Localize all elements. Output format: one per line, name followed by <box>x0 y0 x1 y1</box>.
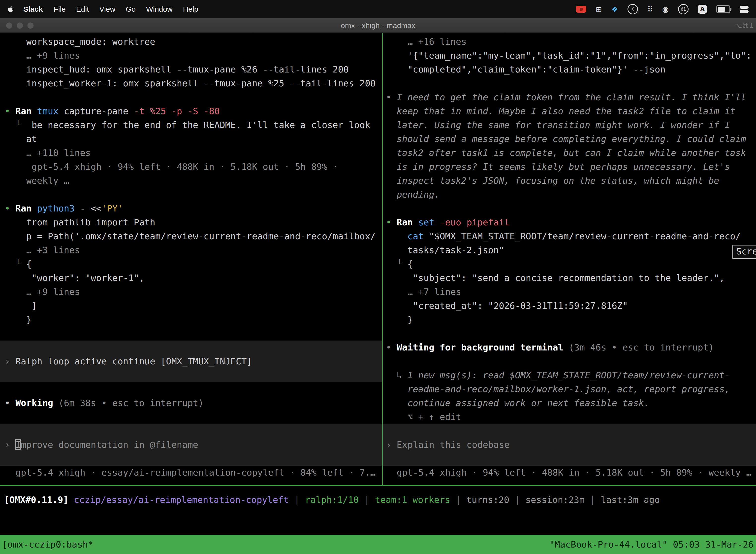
text-segment: keep that in mind. Maybe I also need the… <box>386 106 736 116</box>
text-segment: └ <box>386 259 407 269</box>
text-segment: • <box>5 398 15 408</box>
text-segment: Ran <box>15 203 37 214</box>
text-segment: Ran <box>15 106 37 116</box>
terminal-line: └ { <box>5 257 382 271</box>
menu-bar-left: Slack FileEditViewGoWindowHelp <box>7 5 208 13</box>
terminal-line: … +7 lines <box>386 285 756 299</box>
terminal-line: • Ran set -euo pipefail <box>386 215 756 229</box>
text-segment: • <box>5 106 15 116</box>
text-segment: "subject": "send a concise recommendatio… <box>386 273 724 283</box>
battery-percentage-badge[interactable]: 61 <box>678 4 689 14</box>
text-segment: } <box>386 315 413 325</box>
screen-recording-indicator[interactable] <box>576 6 586 13</box>
text-segment: workspace_mode: worktree <box>5 37 155 47</box>
terminal-pane-right[interactable]: … +16 lines '{"team_name":"my-team","tas… <box>383 33 756 485</box>
text-segment: tasks/task-2.json" <box>386 245 504 255</box>
terminal-line: '{"team_name":"my-team","task_id":"1","f… <box>386 49 756 63</box>
tmux-host-clock-label: "MacBook-Pro-44.local" 05:03 31-Mar-26 <box>549 535 754 554</box>
prompt-suggestion[interactable]: › Improve documentation in @filename <box>0 438 382 452</box>
control-center-icon[interactable] <box>740 6 749 13</box>
text-segment: ] <box>5 300 37 311</box>
terminal-line: • I need to get the claim token from the… <box>386 90 756 104</box>
battery-fill <box>718 7 725 12</box>
menu-bar-status-icons: ⊞❖K⠿◉61A <box>567 4 749 14</box>
terminal-line: … +16 lines <box>386 35 756 49</box>
zoom-button[interactable] <box>27 22 34 29</box>
text-segment: Ran <box>397 217 418 227</box>
text-segment: (6m 38s • esc to interrupt) <box>59 398 204 408</box>
text-segment: - << <box>80 203 102 214</box>
terminal-line <box>386 202 756 215</box>
text-segment: p = Path('.omx/state/team/review-current… <box>5 231 376 241</box>
menu-item-help[interactable]: Help <box>183 5 198 13</box>
terminal-line: task2 after task1 is complete, but can I… <box>386 146 756 160</box>
text-segment: gpt-5.4 xhigh · 94% left · 488K in · 5.1… <box>5 162 338 172</box>
sparkle-app-icon[interactable]: ❖ <box>611 5 618 14</box>
terminal-line: "created_at": "2026-03-31T11:59:27.816Z" <box>386 299 756 313</box>
terminal-line: "completed","claim_token":"claim-token"}… <box>386 63 756 76</box>
terminal-line: at <box>5 132 382 146</box>
prompt-suggestion[interactable] <box>0 368 382 382</box>
pane-bottom-border <box>0 485 756 486</box>
menu-item-view[interactable]: View <box>99 5 115 13</box>
target-icon[interactable]: ◉ <box>662 5 669 14</box>
text-segment: └ <box>5 120 32 130</box>
text-segment: | <box>450 495 466 505</box>
text-segment: pending. <box>386 189 440 200</box>
terminal-line <box>5 382 382 396</box>
terminal-line <box>5 410 382 424</box>
prompt-suggestion[interactable] <box>383 452 756 466</box>
text-segment: } <box>5 315 32 325</box>
text-segment: … +110 lines <box>5 148 91 158</box>
terminal-line: keep that in mind. Maybe I also need the… <box>386 104 756 118</box>
text-segment: cczip/essay/ai-reimplementation-copyleft <box>74 495 289 505</box>
text-segment: { <box>407 259 413 269</box>
text-segment: … +9 lines <box>5 287 80 297</box>
text-segment: ⌥ + ↑ edit <box>386 412 461 422</box>
text-segment: python3 <box>37 203 80 214</box>
text-segment <box>386 231 407 241</box>
tmux-status-bar: [omx-cczip0:bash* "MacBook-Pro-44.local"… <box>0 535 756 554</box>
text-segment: › <box>386 440 397 450</box>
macos-menu-bar: Slack FileEditViewGoWindowHelp ⊞❖K⠿◉61A <box>0 0 756 18</box>
prompt-suggestion[interactable] <box>0 452 382 466</box>
text-segment: should send a message before completing … <box>386 134 746 144</box>
apple-menu-icon[interactable] <box>7 5 14 13</box>
window-title-bar[interactable]: omx --xhigh --madmax ⌥⌘1 <box>0 18 756 33</box>
close-button[interactable] <box>6 22 12 29</box>
terminal-pane-left[interactable]: workspace_mode: worktree … +9 lines insp… <box>0 33 382 485</box>
window-shortcut-hint: ⌥⌘1 <box>734 21 754 30</box>
braille-grid-icon[interactable]: ⠿ <box>647 5 653 14</box>
prompt-suggestion[interactable] <box>0 424 382 438</box>
menu-item-edit[interactable]: Edit <box>76 5 89 13</box>
battery-icon[interactable] <box>716 5 730 13</box>
text-segment: … +16 lines <box>386 37 466 47</box>
prompt-suggestion[interactable] <box>383 424 756 438</box>
prompt-suggestion[interactable]: › Ralph loop active continue [OMX_TMUX_I… <box>0 354 382 368</box>
menu-item-file[interactable]: File <box>54 5 65 13</box>
text-segment: › <box>5 356 15 366</box>
input-source-a-icon[interactable]: A <box>698 5 707 14</box>
text-segment: I <box>15 440 21 450</box>
terminal-line: • Ran python3 - <<'PY' <box>5 202 382 215</box>
text-segment: Waiting for background terminal <box>397 342 569 352</box>
k-circle-icon[interactable]: K <box>628 4 638 14</box>
terminal-line: readme-and-reco/mailbox/worker-1.json, a… <box>386 382 756 396</box>
terminal-line: weekly … <box>5 174 382 188</box>
text-segment: team:1 workers <box>375 495 450 505</box>
menu-item-go[interactable]: Go <box>126 5 136 13</box>
menu-app-name[interactable]: Slack <box>23 5 43 13</box>
text-segment: inspect_hud: omx sparkshell --tmux-pane … <box>5 64 349 74</box>
text-segment: Explain this codebase <box>397 440 509 450</box>
text-segment: "$OMX_TEAM_STATE_ROOT/team/review-curren… <box>429 231 741 241</box>
menu-item-window[interactable]: Window <box>146 5 173 13</box>
terminal-line: … +110 lines <box>5 146 382 160</box>
text-segment: … +7 lines <box>386 287 461 297</box>
keyboard-grid-icon[interactable]: ⊞ <box>596 5 602 14</box>
prompt-suggestion[interactable]: › Explain this codebase <box>383 438 756 452</box>
text-segment: ↳ <box>386 370 407 380</box>
text-segment: • <box>5 203 15 214</box>
prompt-suggestion[interactable] <box>0 340 382 354</box>
minimize-button[interactable] <box>17 22 23 29</box>
text-segment: Ralph loop active continue [OMX_TMUX_INJ… <box>15 356 252 366</box>
